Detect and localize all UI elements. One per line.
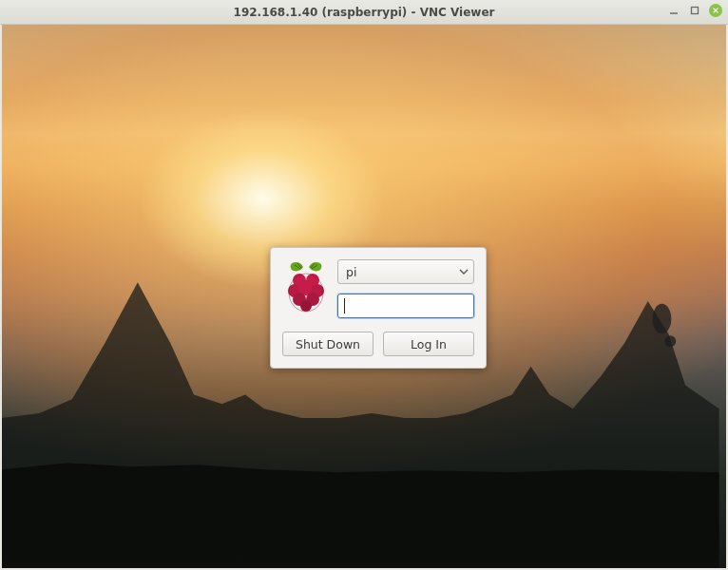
svg-point-13 xyxy=(300,300,312,312)
login-panel: pi Shut Down Log In xyxy=(270,247,487,369)
taskbar-area xyxy=(2,540,726,568)
minimize-button[interactable] xyxy=(667,4,680,17)
text-caret xyxy=(344,298,345,314)
shutdown-button[interactable]: Shut Down xyxy=(282,332,374,356)
raspberry-pi-logo xyxy=(282,259,330,318)
window-title: 192.168.1.40 (raspberrypi) - VNC Viewer xyxy=(234,6,495,19)
vnc-viewport: pi Shut Down Log In xyxy=(2,25,726,568)
chevron-down-icon xyxy=(459,267,469,276)
login-label: Log In xyxy=(411,337,447,352)
close-button[interactable] xyxy=(709,4,722,17)
username-select[interactable]: pi xyxy=(337,259,474,284)
username-value: pi xyxy=(346,265,356,279)
window-titlebar: 192.168.1.40 (raspberrypi) - VNC Viewer xyxy=(0,0,728,25)
password-input[interactable] xyxy=(337,294,474,318)
raspberry-berry-icon xyxy=(288,274,324,312)
shutdown-label: Shut Down xyxy=(296,337,360,352)
maximize-button[interactable] xyxy=(688,4,701,17)
raspberry-leaves-icon xyxy=(291,262,322,271)
window-controls xyxy=(667,4,722,17)
svg-rect-1 xyxy=(692,8,699,14)
login-button[interactable]: Log In xyxy=(383,332,474,356)
